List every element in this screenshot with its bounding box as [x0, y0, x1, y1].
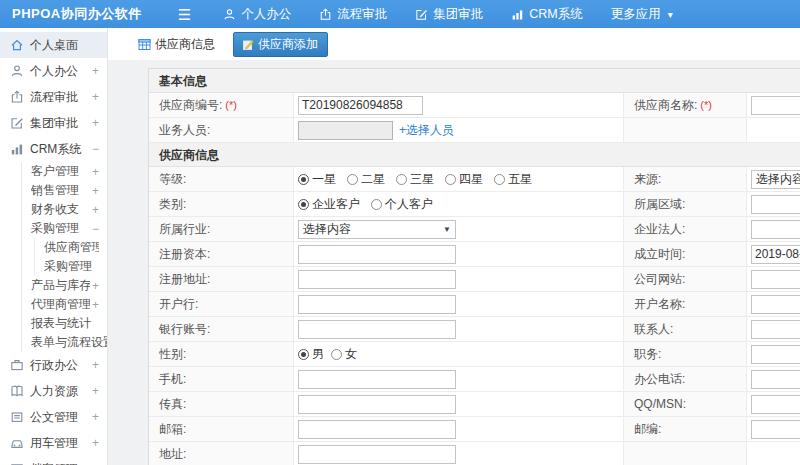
radio-option[interactable]: 个人客户 — [371, 196, 433, 213]
collapse-badge[interactable]: − — [92, 142, 99, 156]
radio-option[interactable]: 男 — [298, 346, 324, 363]
radio-option[interactable]: 二星 — [347, 171, 385, 188]
expand-badge[interactable]: + — [92, 298, 99, 312]
staff-input[interactable] — [298, 121, 393, 140]
form-row: 手机: 办公电话: — [149, 367, 800, 392]
nav-label: 集团审批 — [433, 6, 483, 23]
sidebar-item-purchase-mgmt[interactable]: 采购管理 − — [22, 219, 107, 238]
radio-icon[interactable] — [347, 174, 358, 185]
fax-input[interactable] — [298, 395, 456, 414]
expand-badge[interactable]: + — [92, 184, 99, 198]
car-icon — [10, 436, 24, 450]
tab-supplier-add[interactable]: 供应商添加 — [233, 32, 328, 57]
account-name-input[interactable] — [751, 295, 800, 314]
radio-icon[interactable] — [494, 174, 505, 185]
email-input[interactable] — [298, 420, 456, 439]
person-icon — [10, 64, 24, 78]
sidebar-item-personal-office[interactable]: 个人办公 + — [0, 58, 107, 84]
table-icon — [138, 38, 151, 51]
briefcase-icon — [10, 358, 24, 372]
collapse-badge[interactable]: − — [92, 222, 99, 236]
founded-date-input[interactable] — [751, 245, 800, 264]
legal-person-input[interactable] — [751, 220, 800, 239]
radio-option[interactable]: 企业客户 — [298, 196, 360, 213]
field-label: 等级: — [149, 167, 294, 191]
nav-process-approval[interactable]: 流程审批 — [305, 0, 401, 28]
radio-icon[interactable] — [298, 349, 309, 360]
category-radio-group: 企业客户 个人客户 — [298, 196, 433, 213]
nav-crm-system[interactable]: CRM系统 — [497, 0, 596, 28]
sidebar-item-product-inventory[interactable]: 产品与库存 + — [22, 276, 107, 295]
field-label: 来源: — [623, 167, 747, 191]
sidebar-item-hr[interactable]: 人力资源 + — [0, 378, 107, 404]
website-input[interactable] — [751, 270, 800, 289]
expand-badge[interactable]: + — [92, 64, 99, 78]
nav-more-apps[interactable]: 更多应用 ▾ — [597, 0, 687, 28]
expand-badge[interactable]: + — [92, 358, 99, 372]
sidebar-item-agent-mgmt[interactable]: 代理商管理 + — [22, 295, 107, 314]
registered-address-input[interactable] — [298, 270, 456, 289]
radio-icon[interactable] — [371, 199, 382, 210]
bank-account-input[interactable] — [298, 320, 456, 339]
field-label: 企业法人: — [623, 217, 747, 241]
field-label: 供应商编号:(*) — [149, 93, 294, 117]
radio-option[interactable]: 一星 — [298, 171, 336, 188]
sidebar-item-document-mgmt[interactable]: 公文管理 + — [0, 404, 107, 430]
expand-badge[interactable]: + — [92, 436, 99, 450]
sidebar-item-sales-mgmt[interactable]: 销售管理 + — [22, 181, 107, 200]
address-input[interactable] — [298, 445, 456, 464]
source-select[interactable]: 选择内容▼ — [751, 170, 800, 189]
qq-msn-input[interactable] — [751, 395, 800, 414]
sidebar-item-form-process-settings[interactable]: 表单与流程设置 + — [22, 333, 107, 352]
sidebar-item-personal-desktop[interactable]: 个人桌面 — [0, 32, 107, 58]
top-navbar: PHPOA协同办公软件 ☰ 个人办公 流程审批 集团审批 CRM系统 更多应用 … — [0, 0, 800, 28]
office-phone-input[interactable] — [751, 370, 800, 389]
expand-badge[interactable]: + — [92, 90, 99, 104]
sidebar-item-process-approval[interactable]: 流程审批 + — [0, 84, 107, 110]
expand-badge[interactable]: + — [92, 203, 99, 217]
registered-capital-input[interactable] — [298, 245, 456, 264]
sidebar-item-crm-system[interactable]: CRM系统 − — [0, 136, 107, 162]
sidebar-item-reports[interactable]: 报表与统计 — [22, 314, 107, 333]
choose-staff-link[interactable]: +选择人员 — [399, 122, 454, 139]
sidebar-item-purchasing[interactable]: 采购管理 — [35, 257, 107, 276]
radio-icon[interactable] — [298, 199, 309, 210]
radio-icon[interactable] — [396, 174, 407, 185]
expand-badge[interactable]: + — [92, 116, 99, 130]
zip-code-input[interactable] — [751, 420, 800, 439]
radio-icon[interactable] — [445, 174, 456, 185]
nav-personal-office[interactable]: 个人办公 — [209, 0, 305, 28]
expand-badge[interactable]: + — [92, 279, 99, 293]
nav-group-approval[interactable]: 集团审批 — [401, 0, 497, 28]
radio-option[interactable]: 女 — [331, 346, 357, 363]
bank-input[interactable] — [298, 295, 456, 314]
supplier-name-input[interactable] — [751, 96, 800, 115]
radio-option[interactable]: 四星 — [445, 171, 483, 188]
expand-badge[interactable]: + — [92, 165, 99, 179]
industry-select[interactable]: 选择内容▼ — [298, 220, 456, 239]
sidebar-item-supplier-mgmt[interactable]: 供应商管理 — [35, 238, 107, 257]
supplier-code-input[interactable] — [298, 96, 423, 115]
sidebar-item-vehicle-mgmt[interactable]: 用车管理 + — [0, 430, 107, 456]
expand-badge[interactable]: + — [92, 384, 99, 398]
radio-icon[interactable] — [298, 174, 309, 185]
sidebar-item-admin-office[interactable]: 行政办公 + — [0, 352, 107, 378]
region-input[interactable] — [751, 195, 800, 214]
radio-option[interactable]: 五星 — [494, 171, 532, 188]
expand-badge[interactable]: + — [92, 410, 99, 424]
radio-icon[interactable] — [331, 349, 342, 360]
top-nav-menu: 个人办公 流程审批 集团审批 CRM系统 更多应用 ▾ — [209, 0, 687, 28]
radio-option[interactable]: 三星 — [396, 171, 434, 188]
menu-toggle-icon[interactable]: ☰ — [178, 7, 191, 22]
tab-supplier-info[interactable]: 供应商信息 — [130, 33, 223, 56]
field-label: 注册资本: — [149, 242, 294, 266]
field-label — [623, 118, 747, 142]
mobile-input[interactable] — [298, 370, 456, 389]
job-title-input[interactable] — [751, 345, 800, 364]
sidebar-item-customer-mgmt[interactable]: 客户管理 + — [22, 162, 107, 181]
field-label: 办公电话: — [623, 367, 747, 391]
sidebar-item-archive-mgmt[interactable]: 档案管理 + — [0, 456, 107, 465]
sidebar-item-finance[interactable]: 财务收支 + — [22, 200, 107, 219]
sidebar-item-group-approval[interactable]: 集团审批 + — [0, 110, 107, 136]
contact-input[interactable] — [751, 320, 800, 339]
